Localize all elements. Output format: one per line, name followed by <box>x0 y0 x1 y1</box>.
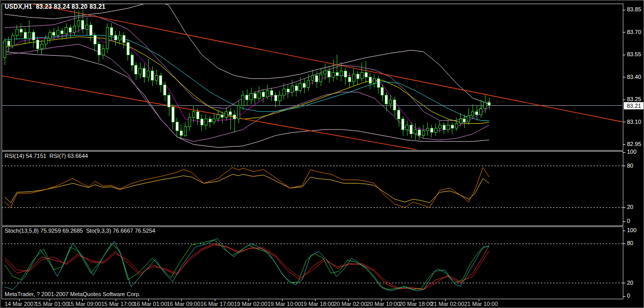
time-axis-label: 19 Mar 10:00 <box>268 301 301 307</box>
price-axis-label: 83.25 <box>627 96 641 102</box>
time-axis-label: 16 Mar 17:00 <box>200 301 234 307</box>
stoch-axis-label: 20 <box>627 280 633 286</box>
time-axis-label: 15 Mar 17:00 <box>101 301 135 307</box>
moving-average-yellow <box>5 37 489 123</box>
time-axis-label: 21 Mar 10:00 <box>464 301 498 307</box>
time-axis-label: 16 Mar 09:00 <box>167 301 200 307</box>
descending-channel-lower-trendline[interactable] <box>1 76 420 151</box>
time-axis-label: 21 Mar 02:00 <box>431 301 464 307</box>
stoch-axis-label: 100 <box>627 227 636 233</box>
chart-symbol-title: USDX,H1 83.23 83.24 83.20 83.21 <box>5 3 105 10</box>
sto9-signal-line <box>5 244 489 289</box>
stochastic-indicator-panel[interactable] <box>2 226 623 299</box>
main-plot-area <box>1 1 623 151</box>
time-axis-label: 15 Mar 01:00 <box>35 301 69 307</box>
time-axis-label: 20 Mar 18:00 <box>399 301 433 307</box>
time-axis-label: 20 Mar 02:00 <box>334 301 367 307</box>
price-axis-label: 83.40 <box>627 74 641 80</box>
mt4-chart-window: USDX,H1 83.23 83.24 83.20 83.21 RSI(14) … <box>0 0 644 308</box>
sto9-main-line <box>5 240 489 290</box>
time-axis-label: 19 Mar 02:00 <box>234 301 268 307</box>
time-axis-label: 14 Mar 2007 <box>5 301 37 307</box>
price-axis-label: 83.10 <box>627 119 641 125</box>
rsi-indicator-panel[interactable] <box>2 151 623 225</box>
time-axis-label: 16 Mar 01:00 <box>134 301 167 307</box>
rsi-axis-label: 0 <box>627 218 630 224</box>
rsi7-line <box>5 168 489 208</box>
rsi-axis-label: 100 <box>627 149 636 155</box>
rsi14-line <box>5 174 489 203</box>
time-axis-label: 19 Mar 18:00 <box>301 301 334 307</box>
stoch-axis-label: 0 <box>627 293 630 299</box>
rsi-axis-label: 80 <box>627 163 633 169</box>
time-axis-label: 20 Mar 10:00 <box>367 301 400 307</box>
moving-average-magenta <box>5 28 489 131</box>
rsi-values-label: RSI(14) 54.7151 RSI(7) 63.6644 <box>5 153 88 159</box>
bollinger-outer-upper-band <box>5 1 489 104</box>
chart-canvas <box>1 1 644 308</box>
copyright-text: MetaTrader, ? 2001-2007 MetaQuotes Softw… <box>5 291 140 297</box>
price-axis-label: 83.85 <box>627 6 641 12</box>
price-axis-label: 83.55 <box>627 51 641 57</box>
candles <box>4 10 491 140</box>
current-price-tag: 83.21 <box>624 102 644 109</box>
price-axis-label: 83.70 <box>627 29 641 35</box>
stoch-axis-label: 80 <box>627 240 633 246</box>
time-axis-label: 15 Mar 09:00 <box>68 301 101 307</box>
price-axis-label: 82.95 <box>627 141 641 147</box>
rsi-axis-label: 20 <box>627 204 633 210</box>
stochastic-values-label: Stoch(13,5,8) 75.9259 69.2685 Sto(9,3,3)… <box>5 228 155 234</box>
